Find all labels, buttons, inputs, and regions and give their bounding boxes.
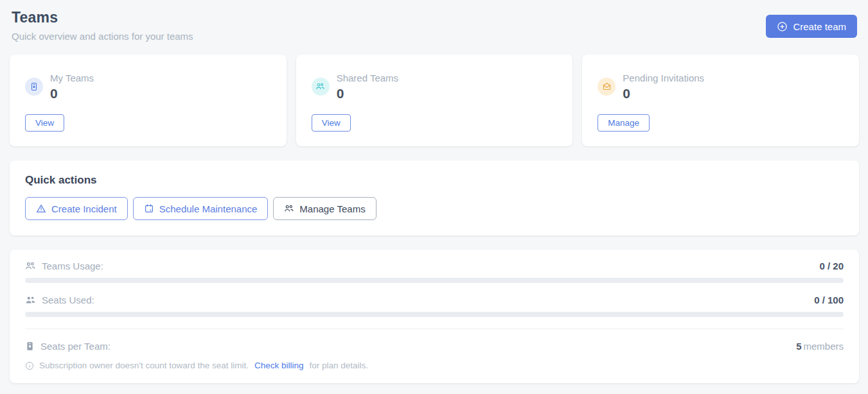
note-prefix: Subscription owner doesn't count toward … [39,361,249,370]
info-icon [25,361,34,370]
create-incident-button[interactable]: Create Incident [25,197,128,220]
pending-invitations-card: Pending Invitations 0 Manage [582,55,859,146]
stat-value: 0 [337,87,398,100]
manage-teams-button[interactable]: Manage Teams [273,197,376,220]
seats-per-team-label-group: Seats per Team: [25,341,111,352]
create-incident-label: Create Incident [51,203,117,214]
seats-per-team-unit: members [803,341,844,352]
teams-usage-label-group: Teams Usage: [25,261,103,271]
stat-text: Pending Invitations 0 [623,73,704,100]
open-envelope-icon [598,78,616,96]
seats-used-value: 0 / 100 [814,295,844,305]
users-icon [284,203,294,214]
quick-actions-title: Quick actions [25,174,844,187]
usage-panel: Teams Usage: 0 / 20 Seats Used: 0 / 100 [10,250,859,383]
page-header: Teams Quick overview and actions for you… [10,9,859,42]
note-suffix: for plan details. [310,361,369,370]
view-my-teams-button[interactable]: View [25,114,64,132]
seats-used-progress [25,312,844,317]
plus-circle-icon [777,21,788,32]
page-subtitle: Quick overview and actions for your team… [12,31,193,42]
schedule-maintenance-button[interactable]: Schedule Maintenance [133,197,269,220]
create-team-button[interactable]: Create team [766,15,857,38]
page-title: Teams [12,9,193,26]
calendar-icon [144,203,154,214]
quick-actions-buttons: Create Incident Schedule Maintenance [25,197,844,220]
badge-filled-icon [25,341,35,351]
seats-per-team-value: 5members [796,341,844,352]
users-icon [312,78,330,96]
check-billing-link[interactable]: Check billing [254,361,304,370]
seat-limit-note: Subscription owner doesn't count toward … [25,361,844,370]
teams-page: Teams Quick overview and actions for you… [0,0,868,383]
manage-teams-label: Manage Teams [299,203,365,214]
shared-teams-card: Shared Teams 0 View [296,55,573,146]
stat-top: My Teams 0 [25,73,271,100]
stat-top: Pending Invitations 0 [598,73,844,100]
users-outline-icon [25,261,36,271]
stats-row: My Teams 0 View Shared Teams [10,55,859,146]
warning-triangle-icon [36,203,46,214]
stat-label: Shared Teams [337,73,398,83]
stat-value: 0 [50,87,94,100]
page-heading-group: Teams Quick overview and actions for you… [12,9,193,42]
seats-used-label: Seats Used: [42,295,94,305]
create-team-label: Create team [793,21,846,32]
stat-text: Shared Teams 0 [337,73,398,100]
seats-per-team-label: Seats per Team: [40,341,111,352]
schedule-maintenance-label: Schedule Maintenance [159,203,258,214]
stat-value: 0 [623,87,704,100]
stat-label: My Teams [50,73,94,83]
seats-per-team-number: 5 [796,341,801,352]
teams-usage-row: Teams Usage: 0 / 20 [25,261,844,271]
users-filled-icon [25,295,36,305]
teams-usage-value: 0 / 20 [819,261,844,271]
view-shared-teams-button[interactable]: View [312,114,351,132]
seats-used-row: Seats Used: 0 / 100 [25,295,844,305]
stat-top: Shared Teams 0 [312,73,558,100]
stat-text: My Teams 0 [50,73,94,100]
manage-invitations-button[interactable]: Manage [598,114,650,132]
stat-label: Pending Invitations [623,73,704,83]
my-teams-card: My Teams 0 View [10,55,287,146]
usage-divider [25,329,844,329]
badge-icon [25,78,43,96]
seats-per-team-row: Seats per Team: 5members [25,341,844,352]
teams-usage-label: Teams Usage: [42,261,103,271]
teams-usage-progress [25,278,844,283]
quick-actions-panel: Quick actions Create Incident [10,160,859,236]
seats-used-label-group: Seats Used: [25,295,94,305]
